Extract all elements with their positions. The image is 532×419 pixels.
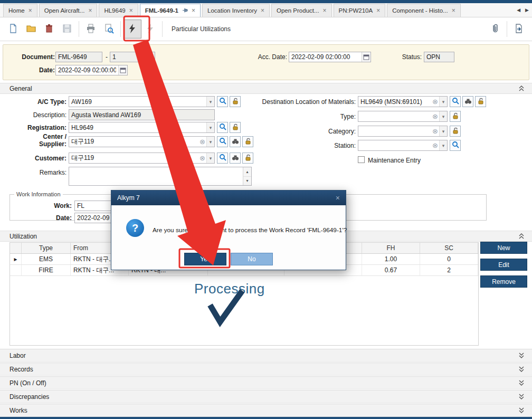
dialog-title-bar[interactable]: Alkym 7 × bbox=[111, 191, 346, 205]
chevron-down-icon[interactable]: ▾ bbox=[206, 153, 214, 163]
attachments-button[interactable] bbox=[486, 20, 504, 39]
clear-icon[interactable]: ⊗ bbox=[431, 113, 439, 120]
customer-combo[interactable]: 대구119 ⊗ ▾ bbox=[69, 153, 215, 164]
remarks-field[interactable] bbox=[69, 167, 243, 185]
tab-open-product[interactable]: Open Product... × bbox=[271, 4, 332, 17]
tab-open-aircraft[interactable]: Open Aircraft... × bbox=[39, 4, 98, 17]
delete-button[interactable] bbox=[40, 20, 58, 39]
customer-search-button[interactable] bbox=[217, 153, 228, 164]
lightning-icon bbox=[127, 23, 138, 35]
tab-location-inventory[interactable]: Location Inventory × bbox=[202, 4, 270, 17]
customer-lock-button[interactable] bbox=[242, 153, 253, 164]
type-combo[interactable]: ⊗ ▾ bbox=[358, 111, 448, 122]
clear-icon[interactable]: ⊗ bbox=[198, 138, 206, 145]
close-icon[interactable]: × bbox=[376, 7, 380, 14]
process-alt-button[interactable] bbox=[141, 20, 159, 39]
customer-binoculars-button[interactable] bbox=[230, 153, 241, 164]
date-field[interactable] bbox=[56, 66, 118, 74]
collapse-up-icon[interactable] bbox=[518, 233, 525, 240]
new-row-button[interactable]: New bbox=[480, 242, 527, 254]
export-document-button[interactable] bbox=[510, 20, 528, 39]
general-section-header[interactable]: General bbox=[0, 83, 532, 94]
tab-label: PN:PW210A bbox=[339, 7, 373, 14]
column-header-fh[interactable]: FH bbox=[362, 243, 420, 253]
expand-down-icon[interactable] bbox=[518, 393, 525, 400]
remarks-box: ▴ ▾ bbox=[69, 167, 252, 186]
close-icon[interactable]: × bbox=[129, 7, 133, 14]
destination-search-button[interactable] bbox=[450, 96, 461, 107]
chevron-down-icon[interactable]: ▾ bbox=[206, 122, 214, 132]
labor-section-header[interactable]: Labor bbox=[0, 349, 532, 362]
clear-icon[interactable]: ⊗ bbox=[431, 142, 439, 149]
category-combo[interactable]: ⊗ ▾ bbox=[358, 126, 448, 137]
no-button[interactable]: No bbox=[231, 253, 273, 265]
edit-row-button[interactable]: Edit bbox=[480, 259, 527, 271]
close-icon[interactable]: × bbox=[336, 194, 340, 202]
toolbar-separator bbox=[507, 21, 507, 37]
tab-bar: Home × Open Aircraft... × HL9649 × FML-9… bbox=[0, 3, 532, 17]
spin-up-icon[interactable]: ▴ bbox=[243, 167, 251, 177]
destination-lock-button[interactable] bbox=[475, 96, 486, 107]
print-button[interactable] bbox=[82, 20, 100, 39]
discrepancies-section-header[interactable]: Discrepancies bbox=[0, 390, 532, 403]
process-button[interactable] bbox=[124, 20, 141, 39]
close-icon[interactable]: × bbox=[261, 7, 264, 14]
tab-home[interactable]: Home × bbox=[3, 4, 37, 17]
column-header-type[interactable]: Type bbox=[22, 243, 71, 253]
ac-type-combo[interactable]: AW169 ▾ bbox=[69, 96, 215, 107]
destination-binoculars-button[interactable] bbox=[462, 96, 473, 107]
tab-pn-pw210a[interactable]: PN:PW210A × bbox=[334, 4, 386, 17]
maintenance-entry-checkbox[interactable] bbox=[358, 156, 365, 163]
document-suffix-field[interactable] bbox=[110, 53, 155, 61]
save-button[interactable] bbox=[58, 20, 76, 39]
print-preview-button[interactable] bbox=[100, 20, 118, 39]
tab-fml-9649-1[interactable]: FML-9649-1 × bbox=[140, 4, 201, 17]
chevron-down-icon[interactable]: ▾ bbox=[439, 140, 447, 150]
clear-icon[interactable]: ⊗ bbox=[431, 98, 439, 105]
acc-date-field[interactable] bbox=[289, 53, 362, 61]
clear-icon[interactable]: ⊗ bbox=[431, 128, 439, 135]
expand-down-icon[interactable] bbox=[518, 352, 525, 359]
close-icon[interactable]: × bbox=[323, 7, 327, 14]
remove-row-button[interactable]: Remove bbox=[480, 275, 527, 288]
center-supplier-combo[interactable]: 대구119 ⊗ ▾ bbox=[69, 136, 215, 147]
pn-on-off-section-header[interactable]: PN (On / Off) bbox=[0, 376, 532, 389]
document-number-field[interactable] bbox=[56, 53, 102, 61]
tab-component-history[interactable]: Component - Histo... × bbox=[387, 4, 460, 17]
close-icon[interactable]: × bbox=[452, 7, 455, 14]
registration-combo[interactable]: HL9649 ▾ bbox=[69, 122, 215, 133]
category-lock-button[interactable] bbox=[450, 126, 461, 137]
station-search-button[interactable] bbox=[450, 140, 461, 151]
chevron-down-icon[interactable]: ▾ bbox=[439, 97, 447, 107]
pin-icon[interactable] bbox=[182, 7, 188, 14]
open-button[interactable] bbox=[22, 20, 40, 39]
station-combo[interactable]: ⊗ ▾ bbox=[358, 140, 448, 151]
tab-scroll-left-icon[interactable]: ◀ bbox=[517, 7, 520, 13]
records-section-header[interactable]: Records bbox=[0, 363, 532, 376]
type-lock-button[interactable] bbox=[450, 111, 461, 122]
status-field[interactable] bbox=[424, 53, 454, 61]
column-header-sc[interactable]: SC bbox=[420, 243, 478, 253]
tab-hl9649[interactable]: HL9649 × bbox=[99, 4, 138, 17]
close-icon[interactable]: × bbox=[28, 7, 32, 14]
calendar-icon[interactable] bbox=[118, 65, 127, 75]
close-icon[interactable]: × bbox=[88, 7, 92, 14]
clear-icon[interactable]: ⊗ bbox=[198, 155, 206, 161]
new-document-button[interactable] bbox=[4, 20, 22, 39]
chevron-down-icon[interactable]: ▾ bbox=[206, 97, 214, 107]
expand-down-icon[interactable] bbox=[518, 407, 525, 414]
destination-combo[interactable]: HL9649 (MSN:69101) ⊗ ▾ bbox=[358, 96, 448, 107]
description-field[interactable] bbox=[69, 111, 214, 119]
chevron-down-icon[interactable]: ▾ bbox=[206, 137, 214, 147]
expand-down-icon[interactable] bbox=[518, 366, 525, 373]
spin-down-icon[interactable]: ▾ bbox=[243, 177, 251, 186]
works-section-header[interactable]: Works bbox=[0, 404, 532, 417]
close-icon[interactable]: × bbox=[192, 7, 195, 14]
expand-down-icon[interactable] bbox=[518, 379, 525, 386]
chevron-down-icon[interactable]: ▾ bbox=[439, 111, 447, 121]
tab-scroll-right-icon[interactable]: ▶ bbox=[525, 7, 529, 13]
acc-date-label: Acc. Date: bbox=[214, 53, 287, 61]
collapse-up-icon[interactable] bbox=[518, 85, 525, 92]
chevron-down-icon[interactable]: ▾ bbox=[439, 126, 447, 136]
yes-button[interactable]: Yes bbox=[184, 253, 226, 265]
